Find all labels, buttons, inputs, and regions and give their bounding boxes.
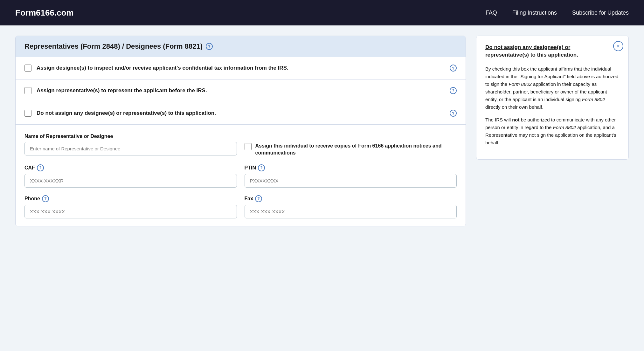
ptin-label: PTIN ? [245,164,457,171]
assign-copies-group: Assign this individual to receive copies… [245,134,457,157]
fax-input[interactable] [245,205,457,218]
section-help-icon[interactable]: ? [206,43,213,50]
nav-subscribe[interactable]: Subscribe for Updates [572,10,629,16]
ptin-help-icon[interactable]: ? [258,164,265,171]
form-fields-section: Name of Representative or Designee Assig… [16,125,466,218]
site-header: Form6166.com FAQ Filing Instructions Sub… [0,0,644,25]
representative-label: Assign representative(s) to represent th… [37,87,445,94]
checkbox-row-1: Assign designee(s) to inspect and/or rec… [16,57,466,79]
rep-name-label: Name of Representative or Designee [24,134,237,139]
caf-input[interactable] [24,174,237,188]
caf-help-icon[interactable]: ? [37,164,44,171]
assign-copies-checkbox[interactable] [245,143,252,150]
fax-group: Fax ? [245,195,457,218]
rep-name-input[interactable] [24,142,237,155]
ptin-group: PTIN ? [245,164,457,188]
fax-label: Fax ? [245,195,457,202]
section-title: Representatives (Form 2848) / Designees … [24,42,203,51]
tooltip-panel: × Do not assign any designee(s) or repre… [476,36,629,160]
no-assign-label: Do not assign any designee(s) or represe… [37,110,445,116]
checkbox-row-2: Assign representative(s) to represent th… [16,79,466,102]
name-assign-row: Name of Representative or Designee Assig… [24,134,457,157]
representative-checkbox[interactable] [24,87,31,94]
phone-input[interactable] [24,205,237,218]
representative-help-icon[interactable]: ? [450,87,457,94]
section-header: Representatives (Form 2848) / Designees … [16,36,466,57]
ptin-input[interactable] [245,174,457,188]
checkbox-row-3: Do not assign any designee(s) or represe… [16,102,466,125]
site-logo: Form6166.com [15,8,74,18]
assign-copies-label: Assign this individual to receive copies… [255,142,457,157]
designee-help-icon[interactable]: ? [450,65,457,72]
designee-checkbox[interactable] [24,65,31,72]
designee-label: Assign designee(s) to inspect and/or rec… [37,65,445,71]
main-form-panel: Representatives (Form 2848) / Designees … [15,36,466,226]
fax-help-icon[interactable]: ? [255,195,262,202]
close-button[interactable]: × [613,41,623,51]
main-nav: FAQ Filing Instructions Subscribe for Up… [486,10,629,16]
caf-label: CAF ? [24,164,237,171]
phone-fax-row: Phone ? Fax ? [24,195,457,218]
phone-label: Phone ? [24,195,237,202]
tooltip-heading: Do not assign any designee(s) or represe… [485,44,620,59]
caf-ptin-row: CAF ? PTIN ? [24,164,457,188]
rep-name-group: Name of Representative or Designee [24,134,237,155]
phone-help-icon[interactable]: ? [42,195,49,202]
nav-filing-instructions[interactable]: Filing Instructions [512,10,557,16]
page-body: Representatives (Form 2848) / Designees … [0,25,644,237]
no-assign-help-icon[interactable]: ? [450,110,457,117]
phone-group: Phone ? [24,195,237,218]
tooltip-body: By checking this box the applicant affir… [485,65,620,147]
tooltip-paragraph-2: The IRS will not be authorized to commun… [485,116,620,147]
tooltip-paragraph-1: By checking this box the applicant affir… [485,65,620,111]
no-assign-checkbox[interactable] [24,110,31,117]
caf-group: CAF ? [24,164,237,188]
nav-faq[interactable]: FAQ [486,10,497,16]
